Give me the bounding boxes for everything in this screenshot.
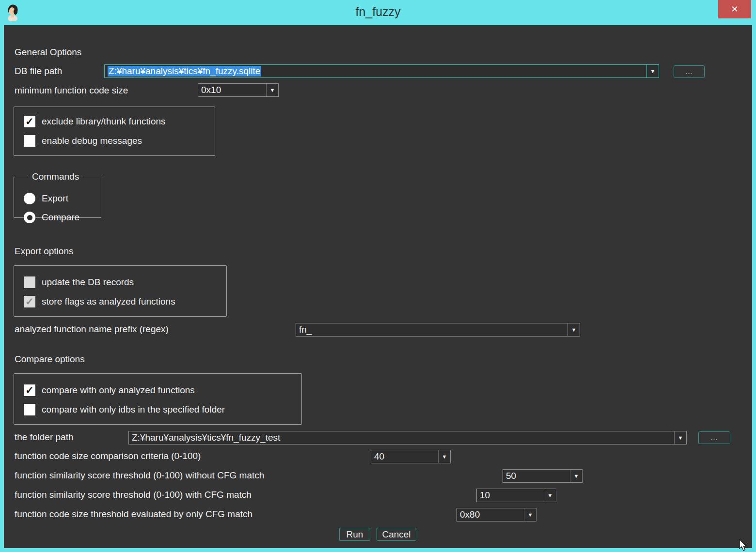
chevron-down-icon[interactable]: ▼: [266, 84, 278, 96]
cancel-button[interactable]: Cancel: [377, 528, 416, 541]
chevron-down-icon[interactable]: ▼: [570, 470, 582, 482]
similarity-with-cfg-combobox[interactable]: 10 ▼: [476, 489, 556, 502]
folder-path-value: Z:¥haru¥analysis¥tics¥fn_fuzzy_test: [129, 432, 674, 443]
compare-only-analyzed-checkbox[interactable]: [24, 384, 35, 396]
compare-radio-label: Compare: [42, 212, 79, 223]
db-file-path-value: Z:¥haru¥analysis¥tics¥fn_fuzzy.sqlite: [105, 66, 646, 77]
size-criteria-value: 40: [371, 451, 438, 462]
similarity-with-cfg-label: function similarity score threshold (0-1…: [15, 490, 252, 500]
compare-radio[interactable]: [24, 212, 35, 223]
chevron-down-icon[interactable]: ▼: [524, 508, 536, 521]
window-title: fn_fuzzy: [0, 5, 756, 19]
folder-path-label: the folder path: [15, 432, 73, 443]
min-code-size-label: minimum function code size: [15, 85, 128, 96]
compare-only-idbs-label: compare with only idbs in the specified …: [42, 404, 225, 415]
db-browse-button[interactable]: ...: [674, 65, 705, 78]
mouse-cursor: [737, 539, 751, 552]
export-options-heading: Export options: [15, 246, 73, 257]
general-options-heading: General Options: [15, 47, 81, 58]
folder-path-combobox[interactable]: Z:¥haru¥analysis¥tics¥fn_fuzzy_test ▼: [128, 431, 687, 445]
store-flags-analyzed-checkbox[interactable]: [24, 296, 35, 307]
selected-text: Z:¥haru¥analysis¥tics¥fn_fuzzy.sqlite: [108, 66, 261, 77]
compare-only-analyzed-label: compare with only analyzed functions: [42, 385, 195, 396]
name-prefix-combobox[interactable]: fn_ ▼: [296, 323, 580, 337]
chevron-down-icon[interactable]: ▼: [567, 323, 580, 336]
min-code-size-value: 0x10: [198, 85, 266, 95]
enable-debug-messages-checkbox[interactable]: [24, 135, 35, 147]
close-button[interactable]: ✕: [718, 0, 751, 18]
run-button[interactable]: Run: [339, 528, 370, 541]
chevron-down-icon[interactable]: ▼: [646, 65, 659, 77]
commands-group: Commands Export Compare: [14, 171, 101, 218]
folder-browse-button[interactable]: ...: [698, 431, 730, 444]
export-radio-label: Export: [42, 193, 68, 204]
titlebar[interactable]: fn_fuzzy ✕: [0, 0, 756, 25]
export-radio[interactable]: [24, 193, 35, 204]
update-db-records-checkbox[interactable]: [24, 276, 35, 288]
size-criteria-label: function code size comparison criteria (…: [15, 451, 201, 461]
commands-legend: Commands: [29, 171, 82, 182]
chevron-down-icon[interactable]: ▼: [674, 431, 686, 444]
fn-fuzzy-dialog: fn_fuzzy ✕ General Options DB file path …: [0, 0, 756, 552]
dialog-body: General Options DB file path Z:¥haru¥ana…: [4, 25, 752, 548]
size-criteria-combobox[interactable]: 40 ▼: [371, 450, 451, 463]
compare-options-heading: Compare options: [15, 354, 85, 365]
db-file-path-combobox[interactable]: Z:¥haru¥analysis¥tics¥fn_fuzzy.sqlite ▼: [104, 64, 659, 78]
update-db-records-label: update the DB records: [42, 277, 134, 288]
chevron-down-icon[interactable]: ▼: [544, 489, 556, 502]
compare-checkbox-group: compare with only analyzed functions com…: [14, 373, 302, 425]
size-threshold-cfg-combobox[interactable]: 0x80 ▼: [457, 508, 536, 521]
min-code-size-combobox[interactable]: 0x10 ▼: [198, 83, 279, 97]
store-flags-analyzed-label: store flags as analyzed functions: [42, 296, 175, 307]
similarity-without-cfg-combobox[interactable]: 50 ▼: [503, 469, 583, 483]
size-threshold-cfg-value: 0x80: [457, 509, 524, 520]
similarity-without-cfg-label: function similarity score threshold (0-1…: [15, 470, 264, 481]
compare-only-idbs-checkbox[interactable]: [24, 404, 35, 415]
name-prefix-value: fn_: [296, 324, 567, 335]
enable-debug-messages-label: enable debug messages: [42, 136, 142, 146]
exclude-library-thunk-label: exclude library/thunk functions: [42, 116, 166, 127]
similarity-without-cfg-value: 50: [503, 471, 570, 481]
chevron-down-icon[interactable]: ▼: [438, 450, 450, 463]
export-checkbox-group: update the DB records store flags as ana…: [14, 265, 227, 317]
similarity-with-cfg-value: 10: [477, 490, 544, 501]
db-file-path-label: DB file path: [15, 66, 62, 77]
general-checkbox-group: exclude library/thunk functions enable d…: [14, 107, 215, 156]
exclude-library-thunk-checkbox[interactable]: [24, 116, 35, 127]
name-prefix-label: analyzed function name prefix (regex): [15, 324, 169, 335]
size-threshold-cfg-label: function code size threshold evaluated b…: [15, 509, 252, 520]
